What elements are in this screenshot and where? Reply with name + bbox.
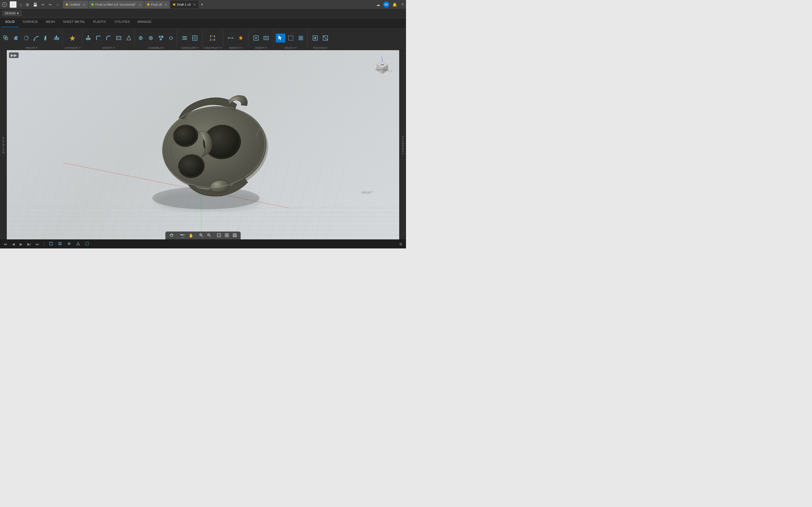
timeline-op-5[interactable]: [84, 241, 91, 247]
timeline-prev-button[interactable]: ◀: [11, 242, 16, 247]
forward-button[interactable]: →: [54, 2, 61, 7]
loft-button[interactable]: [42, 34, 51, 43]
display-mode-button[interactable]: [216, 233, 222, 238]
nav-tab-sheet-metal[interactable]: SHEET METAL: [59, 18, 89, 27]
timeline-op-icon-2: [58, 242, 62, 245]
timeline-op-2[interactable]: [57, 241, 63, 247]
assemble3-button[interactable]: [156, 34, 166, 43]
chamfer-button[interactable]: [104, 34, 113, 43]
orbit-button[interactable]: [168, 232, 175, 239]
zoom-in-button[interactable]: [198, 233, 204, 238]
position-arrow[interactable]: ▾: [326, 47, 327, 49]
measure-button[interactable]: [226, 34, 236, 43]
redo-button[interactable]: ↪: [47, 2, 53, 7]
configure-arrow[interactable]: ▾: [197, 47, 199, 49]
joint-button[interactable]: [136, 34, 146, 43]
draft-button[interactable]: [124, 34, 134, 43]
nav-tab-plastic[interactable]: PLASTIC: [89, 18, 110, 27]
automate-arrow[interactable]: ▾: [79, 47, 81, 49]
ribbon-items-insert: [251, 27, 271, 47]
insert-arrow[interactable]: ▾: [265, 47, 267, 49]
pan-button[interactable]: ✋: [188, 233, 195, 238]
tab-close-untitled[interactable]: ✕: [83, 3, 85, 6]
tab-final-no-fillet[interactable]: Final no fillet (v2~recovered)* ✕: [89, 1, 144, 8]
assemble-label: ASSEMBLE: [148, 47, 162, 49]
expand-viewport-button[interactable]: ▶▶: [9, 52, 18, 58]
inspect-arrow[interactable]: ▾: [241, 47, 242, 49]
select-main-icon: [277, 35, 284, 41]
help-button[interactable]: ?: [400, 2, 405, 7]
timeline-first-button[interactable]: ⏮: [2, 242, 8, 247]
rib-button[interactable]: [52, 34, 61, 43]
nav-tab-surface[interactable]: SURFACE: [19, 18, 42, 27]
select-label: SELECT: [285, 47, 294, 49]
tab-close-final-no-fillet[interactable]: ✕: [139, 3, 141, 6]
grid-button[interactable]: ⊞: [24, 2, 31, 7]
svg-rect-140: [233, 235, 237, 236]
more-settings-button[interactable]: [232, 233, 238, 238]
shell-button[interactable]: [114, 34, 123, 43]
design-dropdown[interactable]: DESIGN ▼: [2, 11, 22, 16]
select-main-button[interactable]: [276, 34, 285, 43]
timeline-op-icon-1: [49, 242, 53, 245]
select2-button[interactable]: [286, 34, 296, 43]
position2-button[interactable]: [320, 34, 330, 43]
svg-marker-14: [70, 36, 75, 41]
assemble-arrow[interactable]: ▾: [162, 47, 164, 49]
timeline-op-4[interactable]: [75, 241, 82, 247]
press-pull-button[interactable]: [84, 34, 93, 43]
viewport[interactable]: ▶▶ FRONT ` Z X: [7, 50, 399, 239]
nav-tab-mesh[interactable]: MESH: [42, 18, 59, 27]
tab-close-final-v8[interactable]: ✕: [165, 3, 167, 6]
create-arrow[interactable]: ▾: [36, 47, 38, 49]
view-cube[interactable]: Z X TOP RIGHT FRONT: [371, 56, 394, 78]
select-arrow[interactable]: ▾: [295, 47, 297, 49]
new-component-button[interactable]: [1, 34, 11, 43]
timeline-op-1[interactable]: [48, 241, 54, 247]
nav-tab-manage[interactable]: MANAGE: [134, 18, 155, 27]
tab-untitled[interactable]: Untitled ✕: [63, 1, 88, 8]
browser-panel[interactable]: BROWSER: [0, 50, 7, 239]
menu-button[interactable]: ☰: [10, 1, 17, 8]
motion-button[interactable]: [166, 34, 176, 43]
tab-close-draft-1-v3[interactable]: ✕: [193, 3, 196, 6]
fillet-button[interactable]: [94, 34, 103, 43]
undo-button[interactable]: ↩: [40, 2, 46, 7]
timeline-last-button[interactable]: ⏭: [35, 242, 41, 247]
nav-tab-utilities[interactable]: UTILITIES: [110, 18, 134, 27]
configure2-button[interactable]: [190, 34, 200, 43]
inspect-button[interactable]: [236, 34, 246, 43]
nav-tab-solid[interactable]: SOLID: [1, 18, 19, 27]
sweep-button[interactable]: [32, 34, 41, 43]
construct-arrow[interactable]: ▾: [220, 47, 222, 49]
extrude-button[interactable]: [11, 34, 21, 43]
timeline-settings-button[interactable]: ⚙: [398, 242, 404, 247]
position2-icon: [322, 35, 329, 41]
inspect-label: INSPECT: [229, 47, 240, 49]
insert2-button[interactable]: [261, 34, 271, 43]
position1-button[interactable]: [310, 34, 320, 43]
revolve-button[interactable]: [21, 34, 31, 43]
construct-button[interactable]: [208, 34, 217, 43]
joint2-button[interactable]: [146, 34, 156, 43]
tab-final-v8[interactable]: Final v8 ✕: [144, 1, 170, 8]
zoom-fit-button[interactable]: [206, 233, 212, 238]
new-tab-button[interactable]: +: [199, 2, 205, 7]
home-button[interactable]: ⌂: [18, 2, 23, 7]
timeline-play-button[interactable]: ▶: [18, 242, 24, 247]
select3-button[interactable]: [296, 34, 306, 43]
insert1-button[interactable]: [251, 34, 261, 43]
tab-draft-1-v3[interactable]: Draft 1 v3 ✕: [170, 1, 199, 8]
comments-panel[interactable]: COMMENTS: [399, 50, 406, 239]
save-button[interactable]: 💾: [32, 2, 39, 7]
snapshot-button[interactable]: 📷: [179, 233, 186, 238]
modify-arrow[interactable]: ▾: [113, 47, 115, 49]
timeline-op-3[interactable]: [66, 241, 72, 247]
grid-display-button[interactable]: [224, 233, 230, 238]
timeline-next-button[interactable]: ▶|: [26, 242, 32, 247]
configure1-button[interactable]: [180, 34, 190, 43]
svg-rect-28: [160, 38, 162, 40]
notifications-button[interactable]: 🔔: [391, 2, 398, 7]
automate-button[interactable]: [68, 34, 77, 43]
online-button[interactable]: ☁: [375, 2, 382, 7]
